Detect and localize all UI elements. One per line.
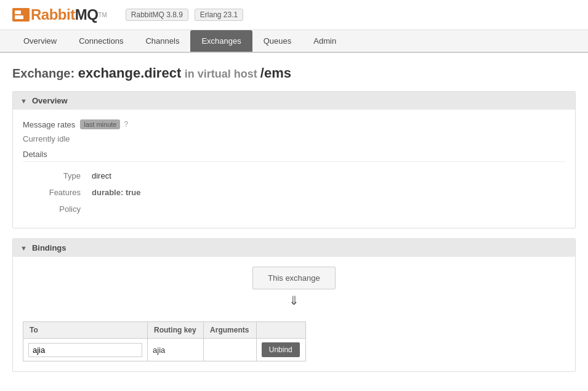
- bindings-section-title: Bindings: [32, 243, 66, 252]
- col-to: To: [23, 322, 148, 339]
- binding-arguments-cell: [204, 339, 257, 361]
- bindings-section-body: This exchange ⇓ To Routing key Arguments…: [13, 257, 575, 371]
- rabbitmq-version-badge: RabbitMQ 3.8.9: [126, 9, 188, 21]
- overview-section-title: Overview: [32, 96, 68, 105]
- message-rates-row: Message rates last minute ?: [23, 119, 565, 129]
- nav-channels[interactable]: Channels: [134, 30, 190, 52]
- binding-to-cell[interactable]: [23, 339, 148, 361]
- details-label: Details: [23, 150, 565, 162]
- erlang-version-badge: Erlang 23.1: [195, 9, 243, 21]
- title-mid: in virtual host: [185, 68, 260, 80]
- type-label: Type: [24, 168, 86, 183]
- header: RabbitMQ TM RabbitMQ 3.8.9 Erlang 23.1: [0, 0, 588, 30]
- overview-section: ▼ Overview Message rates last minute ? C…: [12, 91, 576, 228]
- logo: RabbitMQ TM: [12, 6, 107, 23]
- details-policy-row: Policy: [24, 201, 564, 217]
- exchange-name: exchange.direct: [78, 65, 182, 81]
- nav-admin[interactable]: Admin: [302, 30, 347, 52]
- nav-connections[interactable]: Connections: [68, 30, 134, 52]
- main-nav: Overview Connections Channels Exchanges …: [0, 30, 588, 53]
- table-row: ajiaUnbind: [23, 339, 306, 361]
- details-features-row: Features durable: true: [24, 185, 564, 200]
- durable-text: durable: true: [92, 188, 140, 197]
- col-routing-key: Routing key: [148, 322, 204, 339]
- policy-label: Policy: [24, 201, 86, 217]
- details-table: Type direct Features durable: true Polic…: [23, 167, 565, 218]
- message-rates-label: Message rates: [23, 120, 75, 129]
- features-value: durable: true: [87, 185, 564, 200]
- page-content: Exchange: exchange.direct in virtual hos…: [0, 53, 588, 391]
- bindings-section: ▼ Bindings This exchange ⇓ To Routing ke…: [12, 238, 576, 372]
- arrow-down-icon: ⇓: [289, 293, 299, 308]
- bindings-section-header[interactable]: ▼ Bindings: [13, 239, 575, 257]
- features-label: Features: [24, 185, 86, 200]
- title-prefix: Exchange:: [12, 67, 75, 80]
- nav-exchanges[interactable]: Exchanges: [190, 30, 252, 52]
- binding-routing-key-cell: ajia: [148, 339, 204, 361]
- nav-overview[interactable]: Overview: [12, 30, 68, 52]
- logo-text: RabbitMQ: [31, 6, 98, 23]
- details-type-row: Type direct: [24, 168, 564, 183]
- binding-to-input[interactable]: [28, 343, 142, 357]
- col-actions: [256, 322, 305, 339]
- logo-icon: [12, 8, 30, 22]
- overview-arrow-icon: ▼: [20, 97, 27, 105]
- policy-value: [87, 201, 564, 217]
- type-value: direct: [87, 168, 564, 183]
- exchange-box: This exchange: [252, 267, 336, 289]
- bindings-table-header-row: To Routing key Arguments: [23, 322, 306, 339]
- durable-label: durable:: [92, 188, 123, 197]
- idle-text: Currently idle: [23, 134, 565, 143]
- nav-queues[interactable]: Queues: [252, 30, 303, 52]
- page-title: Exchange: exchange.direct in virtual hos…: [12, 65, 576, 81]
- durable-value: true: [126, 188, 141, 197]
- binding-action-cell[interactable]: Unbind: [256, 339, 305, 361]
- virtual-host: /ems: [260, 65, 291, 81]
- unbind-button[interactable]: Unbind: [262, 342, 300, 357]
- bindings-flow: This exchange ⇓: [23, 267, 565, 312]
- help-icon[interactable]: ?: [124, 120, 128, 129]
- col-arguments: Arguments: [204, 322, 257, 339]
- bindings-table: To Routing key Arguments ajiaUnbind: [23, 321, 306, 361]
- overview-section-body: Message rates last minute ? Currently id…: [13, 110, 575, 228]
- logo-tm: TM: [98, 12, 107, 18]
- overview-section-header[interactable]: ▼ Overview: [13, 92, 575, 110]
- bindings-arrow-icon: ▼: [20, 244, 27, 252]
- rate-badge[interactable]: last minute: [80, 119, 120, 129]
